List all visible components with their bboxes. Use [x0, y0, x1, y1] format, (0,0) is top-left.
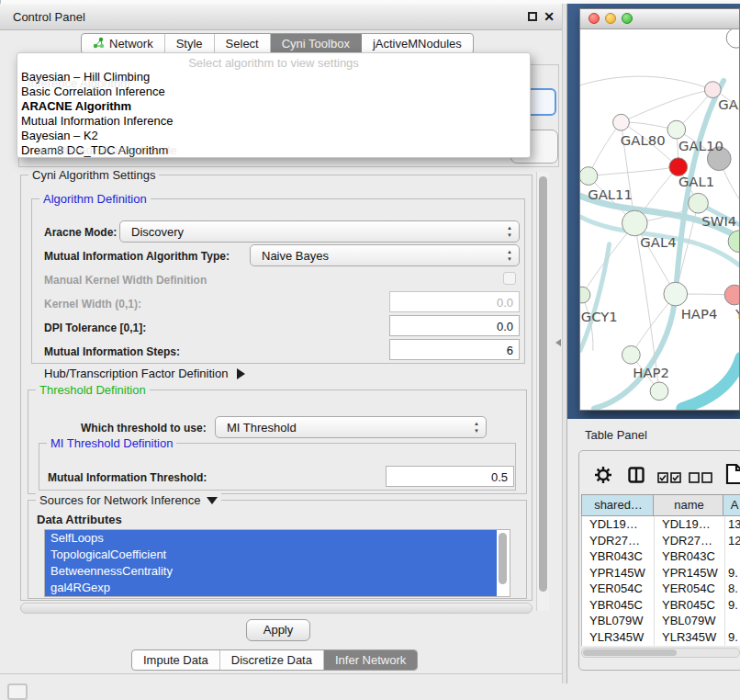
- table-column-header-name[interactable]: name: [653, 494, 725, 516]
- network-window-titlebar[interactable]: [580, 9, 739, 29]
- table-cell[interactable]: YDR27…: [582, 533, 655, 549]
- kernel-width-field[interactable]: 0.0: [389, 291, 520, 312]
- tab-infer-network[interactable]: Infer Network: [324, 650, 417, 670]
- aracne-mode-combobox[interactable]: Discovery ▲▼: [119, 220, 520, 243]
- network-node-gal11[interactable]: [580, 167, 598, 186]
- table-cell[interactable]: 12: [725, 533, 740, 549]
- network-node[interactable]: [726, 29, 739, 48]
- dpi-tolerance-field[interactable]: 0.0: [389, 315, 520, 336]
- algorithm-option-bayesian-k2[interactable]: Bayesian – K2: [17, 129, 530, 143]
- attribute-item-gal4rgexp[interactable]: gal4RGexp: [45, 580, 497, 596]
- network-edge[interactable]: [589, 167, 678, 176]
- table-row[interactable]: YDR27…YDR27…12: [582, 533, 740, 549]
- minimize-traffic-light-icon[interactable]: [605, 13, 616, 24]
- table-cell[interactable]: YBR043C: [582, 548, 655, 565]
- table-cell[interactable]: YBL079W: [582, 613, 655, 629]
- table-cell[interactable]: YIL052C: [655, 645, 725, 646]
- mi-steps-field[interactable]: 6: [389, 339, 520, 360]
- table-cell[interactable]: 9.: [725, 629, 740, 646]
- table-cell[interactable]: YER054C: [655, 581, 725, 597]
- table-row[interactable]: YIL052CYIL052C9: [582, 645, 740, 646]
- columns-icon[interactable]: [628, 467, 645, 487]
- network-node-gal10[interactable]: [667, 120, 686, 139]
- close-panel-icon[interactable]: ✕: [544, 9, 555, 24]
- split-pane-collapse-arrow[interactable]: [555, 339, 561, 346]
- network-canvas[interactable]: GALGAL80GAL10GAL1GAL11SWI4GAL4GCY1HAP4YH…: [580, 29, 739, 410]
- file-icon[interactable]: [725, 463, 740, 489]
- table-cell[interactable]: YBR045C: [582, 597, 655, 614]
- float-panel-icon[interactable]: [528, 12, 537, 21]
- network-node-swi4[interactable]: [689, 193, 709, 213]
- attributes-scrollbar-thumb[interactable]: [499, 533, 507, 584]
- tab-style[interactable]: Style: [165, 34, 215, 53]
- sources-legend[interactable]: Sources for Network Inference: [36, 493, 221, 507]
- table-cell[interactable]: YER054C: [582, 581, 655, 597]
- algorithm-option-mutual-information-inference[interactable]: Mutual Information Inference: [17, 114, 530, 129]
- gear-icon[interactable]: [593, 465, 613, 489]
- attribute-item-topologicalcoefficient[interactable]: TopologicalCoefficient: [45, 547, 497, 563]
- table-cell[interactable]: 9.: [725, 597, 740, 614]
- deselect-all-columns-icon[interactable]: [689, 470, 712, 487]
- table-row[interactable]: YBR043CYBR043C: [582, 548, 740, 565]
- network-node-gcy1[interactable]: [580, 287, 590, 303]
- table-cell[interactable]: YLR345W: [655, 629, 725, 646]
- attribute-item-betweennesscentrality[interactable]: BetweennessCentrality: [45, 563, 497, 580]
- table-column-header-a[interactable]: A: [723, 494, 740, 516]
- hub-definition-expander[interactable]: Hub/Transcription Factor Definition: [44, 367, 245, 380]
- table-cell[interactable]: 13: [725, 516, 740, 533]
- table-row[interactable]: YLR345WYLR345W9.: [582, 629, 740, 646]
- algorithm-option-aracne-algorithm[interactable]: ARACNE Algorithm: [17, 99, 530, 114]
- table-row[interactable]: YPR145WYPR145W9.: [582, 565, 740, 581]
- tab-jactivemnodules[interactable]: jActiveMNodules: [362, 34, 473, 53]
- table-cell[interactable]: YIL052C: [582, 645, 655, 646]
- table-cell[interactable]: YDL19…: [655, 516, 725, 533]
- table-cell[interactable]: YDR27…: [655, 533, 725, 549]
- minimized-window-icon[interactable]: [7, 683, 28, 700]
- settings-vertical-scrollbar-thumb[interactable]: [539, 176, 547, 592]
- which-threshold-combobox[interactable]: MI Threshold ▲▼: [215, 416, 487, 438]
- tab-discretize-data[interactable]: Discretize Data: [220, 650, 324, 670]
- table-cell[interactable]: YPR145W: [582, 565, 655, 581]
- network-node-gal4[interactable]: [622, 210, 647, 236]
- network-node-gal80[interactable]: [613, 114, 630, 130]
- attribute-item-selfloops[interactable]: SelfLoops: [45, 530, 497, 547]
- table-cell[interactable]: YDL19…: [582, 516, 655, 533]
- network-node-hap2[interactable]: [622, 345, 640, 364]
- tab-cyni-toolbox[interactable]: Cyni Toolbox: [271, 34, 362, 53]
- tab-impute-data[interactable]: Impute Data: [132, 650, 220, 670]
- table-horizontal-scrollbar[interactable]: [581, 648, 740, 658]
- mi-algorithm-type-combobox[interactable]: Naive Bayes ▲▼: [250, 244, 520, 266]
- table-cell[interactable]: YBR045C: [655, 597, 725, 614]
- network-node[interactable]: [650, 382, 668, 401]
- tab-select[interactable]: Select: [215, 34, 271, 53]
- table-cell[interactable]: [725, 613, 740, 629]
- table-cell[interactable]: 8.: [725, 581, 740, 597]
- network-view-window[interactable]: GALGAL80GAL10GAL1GAL11SWI4GAL4GCY1HAP4YH…: [579, 8, 740, 411]
- table-column-header-shared-[interactable]: shared…: [581, 494, 656, 516]
- network-edge[interactable]: [580, 76, 712, 90]
- zoom-traffic-light-icon[interactable]: [622, 13, 633, 24]
- table-cell[interactable]: YBL079W: [655, 613, 725, 629]
- table-cell[interactable]: 9.: [725, 565, 740, 581]
- table-cell[interactable]: YBR043C: [655, 548, 725, 565]
- table-cell[interactable]: 9: [725, 645, 740, 646]
- table-cell[interactable]: YPR145W: [655, 565, 725, 581]
- network-node-hap4[interactable]: [664, 282, 688, 306]
- table-horizontal-scrollbar-thumb[interactable]: [583, 649, 677, 656]
- manual-kernel-width-checkbox[interactable]: [503, 272, 516, 285]
- apply-button[interactable]: Apply: [246, 619, 310, 641]
- table-cell[interactable]: [725, 548, 740, 565]
- table-cell[interactable]: YLR345W: [582, 629, 655, 646]
- table-row[interactable]: YBL079WYBL079W: [582, 613, 740, 629]
- data-attributes-list[interactable]: SelfLoopsTopologicalCoefficientBetweenne…: [44, 529, 510, 597]
- settings-horizontal-scrollbar[interactable]: [20, 603, 533, 614]
- close-traffic-light-icon[interactable]: [589, 13, 600, 24]
- tab-network[interactable]: Network: [82, 34, 165, 53]
- table-row[interactable]: YER054CYER054C8.: [582, 581, 740, 597]
- table-row[interactable]: YBR045CYBR045C9.: [582, 597, 740, 614]
- mi-threshold-field[interactable]: 0.5: [386, 466, 514, 487]
- network-node-gal[interactable]: [704, 82, 721, 98]
- select-all-columns-icon[interactable]: [657, 470, 681, 487]
- network-edge[interactable]: [682, 357, 739, 408]
- table-row[interactable]: YDL19…YDL19…13: [582, 516, 740, 533]
